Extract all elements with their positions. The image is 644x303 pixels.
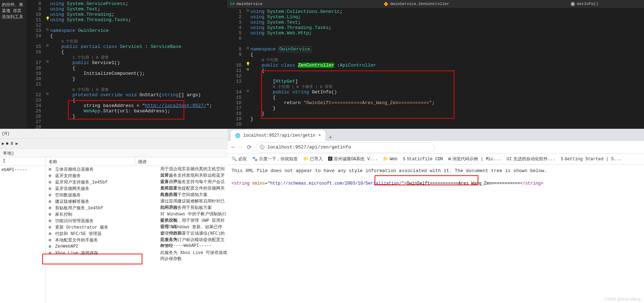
gear-icon: ⚙: [49, 212, 54, 217]
left-gutter: 8910111213141516171819202122232425262728: [27, 0, 45, 129]
service-desc: Ares-----WebAPI-----: [157, 243, 228, 250]
service-desc: 管理付款和基于近场通信(NFC)的安全元件: [157, 230, 228, 237]
bookmark-icon: S: [403, 157, 405, 162]
ref-count[interactable]: 3 个引用: [61, 39, 78, 44]
service-row[interactable]: ⚙ZenWebAPIAres-----WebAPI-----: [46, 243, 228, 250]
bookmark-label: Getting Started | S...: [565, 157, 621, 162]
bookmark-icon: ⊞: [448, 156, 451, 162]
bottom-panels: (H) ▶ ■ ⏸ ▶ 本地) I 名称 描述 ebAPI----- ⚙立体音频…: [0, 129, 644, 303]
back-icon[interactable]: ←: [231, 144, 235, 151]
bookmark-item[interactable]: ⊞浏览代码示例 | Mic...: [448, 156, 501, 162]
toolbox-text: 的控件。将某项 存其添加到工具: [2, 3, 23, 20]
service-row[interactable]: ⚙空间数据服务此服务用于空间感知方案: [46, 192, 228, 198]
service-desc: 此服务为订户标识模块提供配置文件管理: [157, 237, 228, 243]
service-name: 更新 Orchestrator 服务: [55, 224, 108, 230]
gear-icon: ⚙: [49, 173, 54, 178]
stop-icon[interactable]: ■: [6, 141, 8, 146]
pause-icon[interactable]: ⏸: [10, 141, 14, 146]
right-code-editor[interactable]: C# OwinService 🔶 OwinService.ZenControll…: [227, 0, 644, 129]
ref-count[interactable]: 1 个引用 | 0 异常: [72, 55, 108, 60]
service-name: 功能访问管理器服务: [55, 218, 94, 224]
help-menu[interactable]: (H): [2, 131, 10, 136]
play-icon[interactable]: ▶: [2, 141, 4, 146]
url-field[interactable]: ⓘ localhost:9527/api/zen/getinfo: [256, 142, 435, 152]
bookmark-item[interactable]: SGetting Started | S...: [561, 157, 621, 162]
bookmark-item[interactable]: 📁Web: [383, 156, 397, 162]
bookmark-label: 必应: [238, 156, 247, 162]
bookmark-label: 百度一下，你就知道: [259, 156, 298, 162]
gear-icon: ⚙: [49, 231, 54, 236]
globe-icon: 🌐: [235, 133, 240, 138]
bookmark-item[interactable]: SStaticfile CDN: [403, 157, 443, 162]
ref-count[interactable]: 0 个引用 | 0 个请求 | 0 异常: [273, 85, 332, 89]
restart-icon[interactable]: ▶: [15, 141, 18, 146]
service-row[interactable]: ⚙蓝牙支持服务蓝牙服务支持发现和关联远程蓝牙设备。停: [46, 172, 228, 179]
services-window: (H) ▶ ■ ⏸ ▶ 本地) I 名称 描述 ebAPI----- ⚙立体音频…: [0, 129, 228, 303]
highlight-box: [42, 254, 142, 264]
info-icon[interactable]: ⓘ: [260, 144, 264, 151]
ref-count[interactable]: 0 个引用: [262, 58, 278, 62]
col-blank[interactable]: I: [0, 157, 46, 166]
browser-tab[interactable]: 🌐 localhost:9527/api/zen/getin ×: [231, 130, 325, 141]
service-row[interactable]: ⚙家长控制对 Windows 中的子帐户强制执行家长控制: [46, 211, 228, 218]
services-columns: I 名称 描述: [0, 157, 228, 166]
crumb-method[interactable]: 🔘 GetInfo(): [570, 2, 598, 6]
filter-label: 本地): [0, 149, 228, 157]
service-desc: 管理 Windows 更新。如果已停止，你的设: [157, 224, 228, 230]
col-desc[interactable]: 描述: [135, 157, 228, 166]
service-desc: 此服务用于空间感知方案: [157, 192, 228, 198]
address-bar: ← → ⟳ ⓘ localhost:9527/api/zen/getinfo: [228, 141, 644, 154]
service-row[interactable]: ⚙建议疑难解答服务通过应用建议疑难解答启用针对已知问题的: [46, 198, 228, 205]
crumb-project[interactable]: C# OwinService: [230, 2, 263, 6]
right-code[interactable]: using System.Collections.Generic; using …: [250, 8, 644, 129]
gear-icon: ⚙: [49, 225, 54, 230]
service-desc: 支持蓝牙免提配置文件的音频网关角色的服: [157, 185, 228, 192]
close-icon[interactable]: ×: [318, 133, 321, 138]
ref-count[interactable]: 0 个引用 | 0 异常: [72, 88, 108, 92]
left-code-editor[interactable]: 8910111213141516171819202122232425262728…: [27, 0, 227, 129]
top-editors: 的控件。将某项 存其添加到工具 891011121314151617181920…: [0, 0, 644, 129]
service-row[interactable]: ⚙蓝牙音频网关服务支持蓝牙免提配置文件的音频网关角色的服: [46, 185, 228, 192]
gear-icon: ⚙: [49, 192, 54, 197]
url-link[interactable]: http://localhost:9527/: [145, 103, 206, 108]
service-row[interactable]: ⚙立体音频组合器服务用于混合现实音频仿真的主机空间分析。: [46, 166, 228, 172]
service-row[interactable]: ⚙付款和 NFC/SE 管理器管理付款和基于近场通信(NFC)的安全元件: [46, 230, 228, 237]
service-row[interactable]: ⚙更新 Orchestrator 服务管理 Windows 更新。如果已停止，你…: [46, 224, 228, 230]
bookmark-icon: UI: [507, 157, 512, 162]
service-name: 蓝牙用户支持服务_1e45bf: [55, 179, 107, 185]
crumb-class[interactable]: 🔶 OwinService.ZenController: [384, 2, 449, 6]
service-row[interactable]: ⚙本地配置文件助手服务此服务为订户标识模块提供配置文件管理: [46, 237, 228, 243]
left-fold: 💡⊟⊟⊟⊟: [45, 0, 50, 129]
gear-icon: ⚙: [49, 167, 54, 172]
bookmark-item[interactable]: 🔍必应: [231, 156, 247, 162]
services-list[interactable]: ⚙立体音频组合器服务用于混合现实音频仿真的主机空间分析。⚙蓝牙支持服务蓝牙服务支…: [46, 166, 228, 303]
service-desc: 提供设施，用于管理 UWP 应用对应用功能: [157, 218, 228, 224]
col-name[interactable]: 名称: [46, 157, 135, 166]
bookmark-label: 浏览代码示例 | Mic...: [452, 156, 501, 162]
bookmark-item[interactable]: 🅰苏州诚隆OA系统 V...: [328, 156, 377, 162]
services-buttons: ▶ ■ ⏸ ▶: [0, 139, 228, 149]
watermark: CSDN @Ares-Wang: [605, 297, 640, 301]
left-code[interactable]: using System.ServiceProcess; using Syste…: [50, 0, 227, 129]
forward-icon[interactable]: →: [239, 144, 243, 151]
service-row[interactable]: ⚙剪贴板用户服务_1e45bf此用户服务用于剪贴板方案: [46, 205, 228, 211]
service-name: 蓝牙支持服务: [55, 173, 81, 179]
gear-icon: ⚙: [49, 244, 54, 249]
gear-icon: ⚙: [49, 180, 54, 185]
new-tab-icon[interactable]: +: [329, 135, 332, 141]
services-detail: ebAPI-----: [0, 166, 46, 303]
service-row[interactable]: ⚙功能访问管理器服务提供设施，用于管理 UWP 应用对应用功能: [46, 218, 228, 224]
bookmark-item[interactable]: UI先进的自动化软件...: [507, 156, 555, 162]
bookmark-icon: 🔍: [231, 156, 237, 162]
bookmark-icon: 🐾: [252, 156, 258, 162]
bookmark-icon: 🅰: [328, 156, 332, 162]
browser-tabs: 🌐 localhost:9527/api/zen/getin × +: [228, 129, 644, 141]
service-row[interactable]: ⚙蓝牙用户支持服务_1e45bf蓝牙用户服务支持与每个用户会话相关的蓝: [46, 179, 228, 185]
service-desc: 通过应用建议疑难解答启用针对已知问题的: [157, 198, 228, 205]
service-desc: 此服务为 Xbox Live 可保存游戏同步保存数: [157, 250, 228, 256]
bookmark-label: 先进的自动化软件...: [513, 156, 556, 162]
bookmark-item[interactable]: 📁已导入: [303, 156, 323, 162]
reload-icon[interactable]: ⟳: [247, 144, 252, 151]
tab-title: localhost:9527/api/zen/getin: [243, 133, 316, 138]
bookmark-item[interactable]: 🐾百度一下，你就知道: [252, 156, 298, 162]
